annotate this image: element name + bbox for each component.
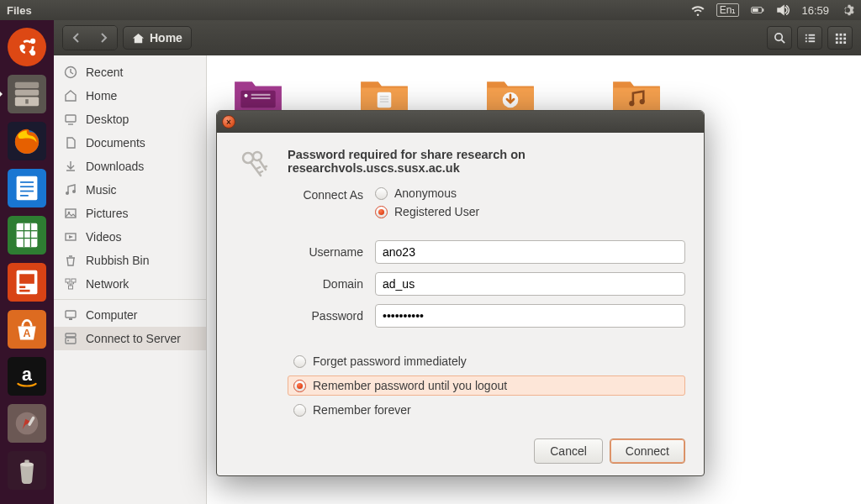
svg-rect-56 — [839, 41, 842, 44]
search-button[interactable] — [767, 26, 792, 50]
files-launcher[interactable] — [5, 72, 49, 116]
sidebar-item-desktop[interactable]: Desktop — [54, 108, 206, 131]
grid-view-button[interactable] — [827, 26, 853, 50]
svg-rect-11 — [25, 99, 29, 103]
sidebar-item-label: Recent — [86, 66, 123, 79]
amazon-launcher[interactable]: a — [5, 354, 49, 398]
svg-rect-76 — [251, 94, 271, 96]
svg-point-86 — [253, 152, 261, 160]
sidebar-item-trash[interactable]: Rubbish Bin — [54, 249, 206, 272]
music-icon — [64, 183, 77, 197]
username-input[interactable] — [375, 240, 685, 264]
clock[interactable]: 16:59 — [801, 4, 829, 17]
path-label: Home — [150, 31, 182, 45]
sidebar-item-videos[interactable]: Videos — [54, 225, 206, 249]
sidebar-item-label: Desktop — [86, 113, 129, 126]
svg-rect-48 — [808, 40, 815, 42]
sidebar-item-label: Videos — [86, 230, 122, 244]
sidebar-item-label: Music — [86, 183, 117, 197]
sidebar-item-connect-server[interactable]: Connect to Server — [54, 327, 206, 350]
folder-downloads[interactable] — [484, 74, 536, 114]
connect-as-group: Anonymous Registered User — [375, 186, 685, 218]
settings-launcher[interactable] — [5, 402, 49, 445]
radio-label: Remember password until you logout — [313, 379, 507, 392]
sidebar-item-music[interactable]: Music — [54, 178, 206, 202]
svg-rect-15 — [17, 176, 38, 200]
sidebar-item-label: Documents — [86, 136, 145, 150]
forward-button[interactable] — [90, 26, 117, 50]
svg-rect-49 — [835, 33, 837, 35]
radio-forget[interactable]: Forget password immediately — [288, 351, 685, 371]
sidebar-item-label: Network — [86, 277, 129, 291]
separator — [54, 299, 206, 300]
sidebar-item-downloads[interactable]: Downloads — [54, 155, 206, 178]
radio-remember-forever[interactable]: Remember forever — [288, 400, 685, 420]
sidebar-item-label: Connect to Server — [86, 332, 181, 345]
dialog-titlebar[interactable]: × — [217, 111, 704, 133]
svg-rect-71 — [66, 338, 76, 344]
svg-rect-66 — [66, 279, 70, 282]
svg-rect-69 — [66, 311, 76, 318]
firefox-launcher[interactable] — [5, 119, 49, 163]
calc-launcher[interactable] — [5, 213, 49, 257]
trash-launcher[interactable] — [5, 449, 49, 492]
sidebar-item-documents[interactable]: Documents — [54, 131, 206, 155]
folder-desktop[interactable] — [232, 74, 284, 114]
svg-rect-47 — [805, 40, 806, 42]
path-bar[interactable]: Home — [123, 26, 192, 50]
connect-button[interactable]: Connect — [610, 438, 685, 464]
sidebar-item-recent[interactable]: Recent — [54, 60, 206, 84]
radio-anonymous[interactable]: Anonymous — [375, 186, 685, 200]
keyboard-indicator[interactable]: En₁ — [716, 3, 740, 17]
header-bar: Home — [54, 20, 861, 55]
volume-icon[interactable] — [776, 3, 790, 17]
network-icon — [64, 277, 77, 291]
svg-rect-57 — [843, 41, 846, 44]
sidebar-item-network[interactable]: Network — [54, 272, 206, 296]
svg-rect-28 — [19, 274, 34, 284]
svg-point-85 — [243, 153, 253, 163]
svg-rect-51 — [843, 33, 846, 35]
username-label: Username — [288, 245, 363, 259]
sidebar-item-home[interactable]: Home — [54, 84, 206, 108]
back-button[interactable] — [63, 26, 90, 50]
radio-label: Remember forever — [313, 403, 411, 417]
radio-label: Registered User — [394, 205, 479, 218]
svg-rect-2 — [763, 8, 763, 11]
battery-icon[interactable] — [751, 3, 764, 17]
svg-rect-44 — [808, 34, 815, 35]
svg-rect-70 — [69, 318, 72, 320]
software-launcher[interactable]: A — [5, 307, 49, 351]
dash-icon[interactable] — [5, 25, 49, 69]
list-view-button[interactable] — [797, 26, 822, 50]
sidebar-item-computer[interactable]: Computer — [54, 303, 206, 327]
svg-rect-50 — [839, 33, 842, 35]
impress-launcher[interactable] — [5, 260, 49, 304]
connect-as-label: Connect As — [288, 186, 363, 202]
domain-input[interactable] — [375, 272, 685, 296]
cancel-button[interactable]: Cancel — [534, 438, 603, 464]
app-name: Files — [7, 4, 32, 17]
gear-icon[interactable] — [841, 3, 854, 17]
places-sidebar: Recent Home Desktop Documents Downloads … — [54, 55, 207, 504]
svg-point-5 — [30, 39, 35, 44]
svg-rect-40 — [24, 460, 29, 464]
svg-rect-68 — [69, 286, 73, 289]
computer-icon — [64, 308, 77, 322]
home-icon — [132, 32, 145, 45]
svg-rect-72 — [66, 333, 76, 337]
wifi-icon[interactable] — [691, 3, 705, 17]
radio-label: Forget password immediately — [313, 354, 467, 368]
writer-launcher[interactable] — [5, 166, 49, 210]
folder-documents[interactable] — [358, 74, 410, 114]
svg-rect-46 — [808, 37, 815, 39]
video-icon — [64, 230, 77, 244]
folder-music[interactable] — [610, 74, 663, 114]
radio-remember-session[interactable]: Remember password until you logout — [288, 375, 685, 396]
password-input[interactable] — [375, 304, 685, 328]
svg-rect-43 — [805, 34, 806, 35]
sidebar-item-pictures[interactable]: Pictures — [54, 202, 206, 225]
remember-options: Forget password immediately Remember pas… — [288, 351, 685, 420]
close-button[interactable]: × — [222, 115, 235, 129]
radio-registered[interactable]: Registered User — [375, 205, 685, 218]
